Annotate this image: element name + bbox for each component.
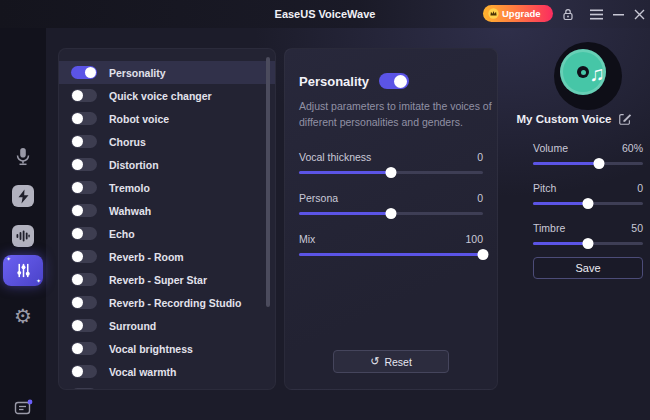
voice-sliders: Volume 60% Pitch 0 Timbre 50 [533, 140, 643, 260]
voice-name-row: My Custom Voice [498, 110, 650, 128]
list-item[interactable]: Robot voice [59, 107, 275, 130]
equalizer-icon [15, 262, 32, 279]
effect-label: Chorus [109, 136, 146, 148]
effect-toggle[interactable] [71, 112, 97, 125]
effect-toggle[interactable] [71, 296, 97, 309]
slider-label: Mix [299, 233, 315, 245]
effect-toggle[interactable] [71, 66, 97, 79]
slider-value: 0 [637, 182, 643, 194]
effect-label: Echo [109, 228, 135, 240]
list-item[interactable]: Reverb - Super Star [59, 268, 275, 291]
effect-detail-panel: Personality Adjust parameters to imitate… [284, 48, 498, 390]
effect-toggle[interactable] [71, 135, 97, 148]
effect-toggle[interactable] [71, 204, 97, 217]
effect-label: Vocal brightness [109, 343, 193, 355]
app-window: EaseUS VoiceWave Upgrade [0, 0, 650, 420]
effect-toggle[interactable] [71, 342, 97, 355]
slider-value: 60% [622, 142, 643, 154]
slider-track[interactable] [533, 242, 643, 245]
effect-toggle[interactable] [71, 365, 97, 378]
detail-title: Personality [299, 74, 369, 89]
effect-label: Reverb - Recording Studio [109, 297, 241, 309]
effect-toggle[interactable] [71, 89, 97, 102]
sidebar-rail: ✦ ✦ ⚙ [0, 28, 46, 420]
detail-sliders: Vocal thickness 0 Persona 0 Mix 100 [299, 149, 483, 263]
slider-thumb[interactable] [386, 208, 397, 219]
slider-group: Volume 60% [533, 140, 643, 172]
slider-fill [299, 253, 483, 256]
slider-label: Vocal thickness [299, 151, 371, 163]
slider-fill [533, 162, 599, 165]
slider-track[interactable] [299, 212, 483, 215]
sidebar-item-microphone[interactable] [0, 139, 46, 173]
effect-label: Robot voice [109, 113, 169, 125]
menu-icon[interactable] [589, 7, 603, 21]
scrollbar-thumb[interactable] [266, 57, 270, 307]
detail-toggle[interactable] [379, 73, 409, 89]
close-button[interactable] [632, 7, 646, 21]
reset-icon: ↺ [370, 355, 379, 368]
minimize-button[interactable] [611, 7, 625, 21]
reset-button[interactable]: ↺ Reset [333, 350, 449, 373]
soundwave-card-icon [12, 225, 34, 247]
slider-track[interactable] [299, 253, 483, 256]
lightning-icon [12, 185, 34, 207]
sidebar-item-feedback[interactable] [0, 391, 46, 420]
upgrade-button[interactable]: Upgrade [483, 5, 553, 22]
slider-thumb[interactable] [478, 249, 489, 260]
list-item[interactable]: Vocal warmth [59, 360, 275, 383]
effect-toggle[interactable] [71, 319, 97, 332]
list-item[interactable]: Personality [59, 61, 275, 84]
upgrade-label: Upgrade [502, 8, 541, 19]
list-item[interactable]: Reverb - Recording Studio [59, 291, 275, 314]
effect-toggle[interactable] [71, 158, 97, 171]
list-item[interactable]: Quick voice changer [59, 84, 275, 107]
edit-icon[interactable] [618, 112, 632, 126]
slider-thumb[interactable] [386, 167, 397, 178]
sparkle-icon: ✦ [6, 256, 11, 262]
slider-fill [299, 212, 391, 215]
lock-icon[interactable] [561, 7, 575, 21]
crown-icon [488, 8, 499, 19]
list-item[interactable]: Reverb - Room [59, 245, 275, 268]
effect-label: Wahwah [109, 205, 151, 217]
effect-toggle[interactable] [71, 250, 97, 263]
slider-thumb[interactable] [594, 158, 605, 169]
sidebar-item-realtime[interactable] [0, 179, 46, 213]
effect-toggle[interactable] [71, 273, 97, 286]
list-item[interactable]: Surround [59, 314, 275, 337]
sparkle-icon: ✦ [36, 278, 41, 284]
effect-label: Surround [109, 320, 156, 332]
slider-group: Timbre 50 [533, 220, 643, 252]
sidebar-item-soundboard[interactable] [0, 219, 46, 253]
effect-toggle[interactable] [71, 388, 97, 390]
slider-value: 0 [477, 151, 483, 163]
slider-thumb[interactable] [583, 198, 594, 209]
slider-track[interactable] [533, 202, 643, 205]
effect-label: Lo-fi [109, 389, 132, 391]
effect-label: Quick voice changer [109, 90, 212, 102]
slider-group: Mix 100 [299, 231, 483, 263]
list-item[interactable]: Vocal brightness [59, 337, 275, 360]
effect-toggle[interactable] [71, 227, 97, 240]
sidebar-item-voice-effects-active[interactable]: ✦ ✦ [3, 255, 43, 286]
slider-track[interactable] [533, 162, 643, 165]
list-item[interactable]: Lo-fi [59, 383, 275, 390]
save-label: Save [575, 262, 600, 274]
list-item[interactable]: Tremolo [59, 176, 275, 199]
effect-toggle[interactable] [71, 181, 97, 194]
sidebar-item-settings[interactable]: ⚙ [0, 299, 46, 333]
list-item[interactable]: Wahwah [59, 199, 275, 222]
slider-label: Timbre [533, 222, 565, 234]
slider-track[interactable] [299, 171, 483, 174]
slider-thumb[interactable] [583, 238, 594, 249]
slider-group: Pitch 0 [533, 180, 643, 212]
detail-description: Adjust parameters to imitate the voices … [299, 99, 497, 131]
detail-header: Personality [299, 71, 483, 91]
list-item[interactable]: Echo [59, 222, 275, 245]
save-button[interactable]: Save [533, 257, 643, 279]
list-item[interactable]: Chorus [59, 130, 275, 153]
slider-value: 50 [631, 222, 643, 234]
list-item[interactable]: Distortion [59, 153, 275, 176]
slider-group: Vocal thickness 0 [299, 149, 483, 181]
